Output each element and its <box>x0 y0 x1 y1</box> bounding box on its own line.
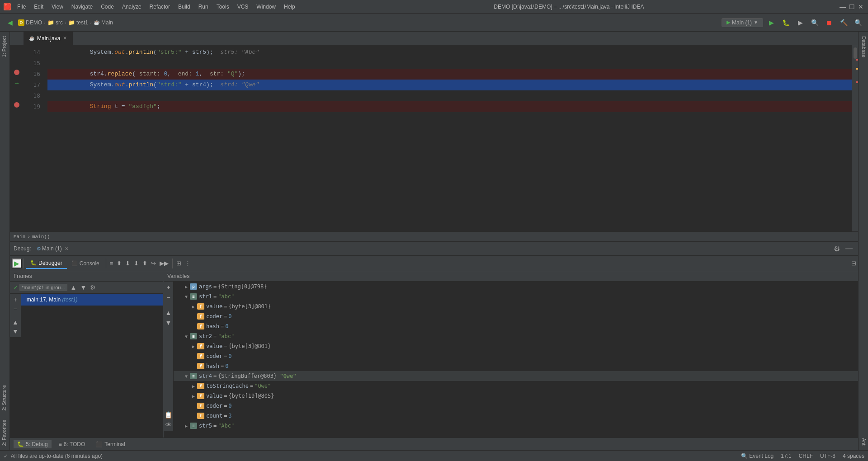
bottom-tab-terminal[interactable]: ⬛ Terminal <box>92 440 128 448</box>
breakpoint-16[interactable] <box>14 70 19 75</box>
menu-help[interactable]: Help <box>280 3 299 11</box>
var-view-button[interactable]: 👁 <box>164 421 173 429</box>
profile-button[interactable]: 🔍 <box>808 16 821 29</box>
menu-view[interactable]: View <box>48 3 67 11</box>
mute-breakpoints-button[interactable]: ⋮ <box>183 259 193 268</box>
step-over-button[interactable]: ⬇ <box>123 259 132 268</box>
breadcrumb-demo[interactable]: D DEMO <box>18 19 42 26</box>
var-arrow-str4-ts[interactable]: ▶ <box>190 384 197 389</box>
var-str1-hash[interactable]: ▶ f hash = 0 <box>174 321 858 331</box>
var-arrow-str1-val[interactable]: ▶ <box>190 304 197 309</box>
tab-console[interactable]: ⬛ Console <box>67 259 104 268</box>
var-arrow-str2[interactable]: ▼ <box>183 334 190 339</box>
search-everywhere[interactable]: 🔍 <box>852 16 864 29</box>
thread-selector[interactable]: *main*@1 in grou... <box>19 284 67 291</box>
ant-tab[interactable]: Ant <box>859 433 868 450</box>
var-str5[interactable]: ▶ ≡ str5 = "Abc" <box>174 421 858 431</box>
menu-file[interactable]: File <box>14 3 29 11</box>
var-str4-coder[interactable]: ▶ f coder = 0 <box>174 401 858 411</box>
tab-close-button[interactable]: ✕ <box>63 35 67 41</box>
code-line-16[interactable]: str4.replace( start: 0, end: 1, str: "Q"… <box>47 69 852 80</box>
code-content[interactable]: System.out.println("str5:" + str5); str5… <box>44 45 852 231</box>
stop-button[interactable]: ◼ <box>823 16 835 29</box>
menu-vcs[interactable]: VCS <box>234 3 252 11</box>
var-add-button[interactable]: + <box>165 283 171 292</box>
var-arrow-args[interactable]: ▶ <box>183 284 190 289</box>
var-str2-hash[interactable]: ▶ f hash = 0 <box>174 361 858 371</box>
run-button[interactable]: ▶ <box>765 16 778 29</box>
var-down-button[interactable]: ▼ <box>164 319 173 327</box>
var-str4-count[interactable]: ▶ f count = 3 <box>174 411 858 421</box>
var-str2-value[interactable]: ▶ f value = {byte[3]@801} <box>174 341 858 351</box>
tab-debugger[interactable]: 🐛 Debugger <box>26 258 67 269</box>
debug-restore-button[interactable]: ⊟ <box>849 259 858 268</box>
code-line-19[interactable]: String t = "asdfgh"; <box>47 101 852 112</box>
tab-main-java[interactable]: ☕ Main.java ✕ <box>24 32 73 45</box>
encoding-indicator[interactable]: UTF-8 <box>820 453 835 459</box>
code-editor[interactable]: → 14 15 16 17 18 19 <box>10 45 858 241</box>
editor-scrollbar[interactable] <box>852 45 858 231</box>
var-str1-value[interactable]: ▶ f value = {byte[3]@801} <box>174 301 858 311</box>
run-config-selector[interactable]: ▶ Main (1) ▼ <box>722 18 763 27</box>
minimize-button[interactable]: — <box>839 3 846 10</box>
step-up-button[interactable]: ⬆ <box>141 259 149 268</box>
thread-up-button[interactable]: ▲ <box>69 283 78 292</box>
breadcrumb-src[interactable]: 📁 src <box>47 19 63 26</box>
back-button[interactable]: ◀ <box>4 16 16 29</box>
code-line-14[interactable]: System.out.println("str5:" + str5); str5… <box>47 47 852 58</box>
var-str4-value[interactable]: ▶ f value = {byte[19]@805} <box>174 391 858 401</box>
frame-item-main[interactable]: main:17, Main (test1) <box>21 294 163 306</box>
filter-button[interactable]: ⚙ <box>89 283 97 292</box>
menu-analyze[interactable]: Analyze <box>118 3 145 11</box>
event-log-link[interactable]: 🔍 Event Log <box>741 453 774 459</box>
step-over-back-button[interactable]: ≡ <box>108 259 115 268</box>
var-up-button[interactable]: ▲ <box>164 309 173 317</box>
position-indicator[interactable]: 17:1 <box>781 453 791 459</box>
debug-tab-main[interactable]: ⚙ Main (1) ✕ <box>37 245 69 252</box>
add-frame-button[interactable]: + <box>11 296 20 304</box>
var-arrow-str4-val[interactable]: ▶ <box>190 394 197 399</box>
remove-frame-button[interactable]: − <box>11 305 20 313</box>
project-tab[interactable]: 1: Project <box>0 32 9 61</box>
structure-tab[interactable]: 2: Structure <box>0 381 9 415</box>
var-str4-tostring[interactable]: ▶ f toStringCache = "Qwe" <box>174 381 858 391</box>
editor-scroll-thumb[interactable] <box>854 47 857 59</box>
breakpoint-19[interactable] <box>14 102 19 108</box>
bottom-tab-debug[interactable]: 🐛 5: Debug <box>14 440 52 448</box>
menu-run[interactable]: Run <box>195 3 212 11</box>
resume-program-button[interactable]: ▶▶ <box>158 259 170 268</box>
menu-refactor[interactable]: Refactor <box>146 3 174 11</box>
var-str1-coder[interactable]: ▶ f coder = 0 <box>174 311 858 321</box>
var-arrow-str1[interactable]: ▼ <box>183 294 190 299</box>
database-tab[interactable]: Database <box>859 32 868 62</box>
var-arrow-str5[interactable]: ▶ <box>183 423 190 428</box>
menu-build[interactable]: Build <box>175 3 194 11</box>
menu-code[interactable]: Code <box>97 3 118 11</box>
view-breakpoints-button[interactable]: ⊞ <box>175 259 183 268</box>
thread-down-button[interactable]: ▼ <box>79 283 88 292</box>
menu-navigate[interactable]: Navigate <box>68 3 96 11</box>
code-line-18[interactable] <box>47 90 852 101</box>
indent-indicator[interactable]: 4 spaces <box>843 453 864 459</box>
var-remove-button[interactable]: − <box>165 293 171 301</box>
var-str2-coder[interactable]: ▶ f coder = 0 <box>174 351 858 361</box>
menu-tools[interactable]: Tools <box>213 3 233 11</box>
coverage-button[interactable]: ▶ <box>794 16 807 29</box>
breadcrumb-main[interactable]: ☕ Main <box>94 19 113 26</box>
breadcrumb-test1[interactable]: 📁 test1 <box>68 19 88 26</box>
menu-window[interactable]: Window <box>253 3 279 11</box>
var-str4[interactable]: ▼ ≡ str4 = {StringBuffer@803} "Qwe" <box>174 371 858 381</box>
build-button[interactable]: 🔨 <box>837 16 850 29</box>
code-line-15[interactable] <box>47 58 852 69</box>
debug-resume-button[interactable]: ▶ <box>12 259 22 268</box>
debug-minimize-button[interactable]: — <box>844 244 854 254</box>
debug-settings-button[interactable]: ⚙ <box>832 244 842 254</box>
var-copy-button[interactable]: 📋 <box>164 411 174 419</box>
frame-up-button[interactable]: ▲ <box>11 318 20 326</box>
bottom-tab-todo[interactable]: ≡ 6: TODO <box>55 440 89 448</box>
code-line-17[interactable]: System.out.println("str4:" + str4); str4… <box>47 80 852 90</box>
menu-edit[interactable]: Edit <box>30 3 47 11</box>
step-out-button[interactable]: ⬆ <box>115 259 123 268</box>
favorites-tab[interactable]: 2: Favorites <box>0 415 9 450</box>
debug-tab-close[interactable]: ✕ <box>65 246 69 252</box>
